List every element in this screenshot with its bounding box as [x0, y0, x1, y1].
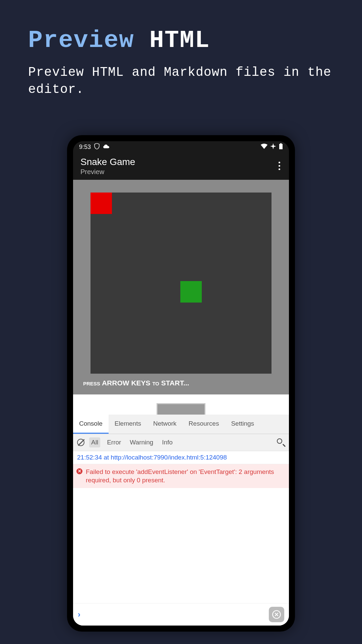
console-log-entry[interactable]: 21:52:34 at http://localhost:7990/index.…: [73, 451, 289, 464]
clear-console-icon[interactable]: [77, 439, 84, 446]
console-filter-bar: All Error Warning Info: [73, 434, 289, 451]
svg-rect-1: [280, 143, 282, 144]
game-instruction: PRESS ARROW KEYS TO START...: [83, 379, 189, 387]
page-heading: Preview HTML Preview HTML and Markdown f…: [0, 0, 362, 98]
app-header: Snake Game Preview: [73, 153, 289, 180]
error-icon: ✕: [76, 468, 82, 474]
snake-head: [180, 281, 202, 303]
overflow-menu-button[interactable]: [277, 157, 282, 175]
wifi-icon: [261, 144, 267, 151]
devtools-tabs: Console Elements Network Resources Setti…: [73, 415, 289, 434]
title-rest: HTML: [134, 27, 210, 54]
filter-all[interactable]: All: [89, 437, 100, 447]
status-right: [261, 143, 283, 151]
status-left: 9:53: [79, 143, 110, 151]
tab-resources[interactable]: Resources: [183, 415, 225, 434]
instr-start: START...: [159, 379, 189, 387]
game-canvas[interactable]: [90, 193, 272, 374]
game-preview: POINTS: 0 TOP: 0 PRESS ARROW KEYS TO STA…: [73, 180, 289, 394]
search-icon[interactable]: [277, 438, 285, 446]
tab-console[interactable]: Console: [73, 415, 109, 434]
phone-screen: 9:53 Sna: [73, 141, 289, 626]
instr-press: PRESS: [83, 381, 100, 386]
home-indicator[interactable]: [151, 622, 211, 624]
devtools-settings-button[interactable]: [269, 607, 284, 622]
header-titles: Snake Game Preview: [80, 157, 135, 176]
error-message: Failed to execute 'addEventListener' on …: [86, 468, 274, 484]
instr-to: TO: [152, 381, 159, 386]
drag-handle-strip: [73, 394, 289, 415]
gear-icon: [272, 610, 281, 619]
filter-warning[interactable]: Warning: [128, 437, 155, 447]
filter-info[interactable]: Info: [160, 437, 175, 447]
console-output: 21:52:34 at http://localhost:7990/index.…: [73, 451, 289, 603]
instr-arrow: ARROW KEYS: [100, 379, 153, 387]
console-error-entry[interactable]: ✕ Failed to execute 'addEventListener' o…: [73, 464, 289, 488]
phone-frame: 9:53 Sna: [67, 135, 295, 632]
battery-icon: [279, 143, 283, 151]
page-subtitle: Preview HTML and Markdown files in the e…: [28, 64, 334, 98]
cloud-icon: [103, 144, 110, 151]
title-highlight: Preview: [28, 27, 134, 54]
status-bar: 9:53: [73, 141, 289, 153]
tab-settings[interactable]: Settings: [225, 415, 260, 434]
page-title: Preview HTML: [28, 27, 334, 54]
devtools-panel: Console Elements Network Resources Setti…: [73, 415, 289, 626]
drag-handle[interactable]: [157, 403, 205, 415]
app-title: Snake Game: [80, 157, 135, 167]
status-time: 9:53: [79, 144, 91, 151]
snake-food: [90, 193, 112, 214]
console-prompt[interactable]: ›: [78, 610, 80, 619]
shield-icon: [94, 143, 100, 151]
tab-elements[interactable]: Elements: [109, 415, 147, 434]
svg-rect-0: [279, 144, 283, 149]
filter-error[interactable]: Error: [105, 437, 123, 447]
app-subtitle: Preview: [80, 168, 135, 176]
tab-network[interactable]: Network: [147, 415, 183, 434]
airplane-icon: [270, 143, 276, 151]
